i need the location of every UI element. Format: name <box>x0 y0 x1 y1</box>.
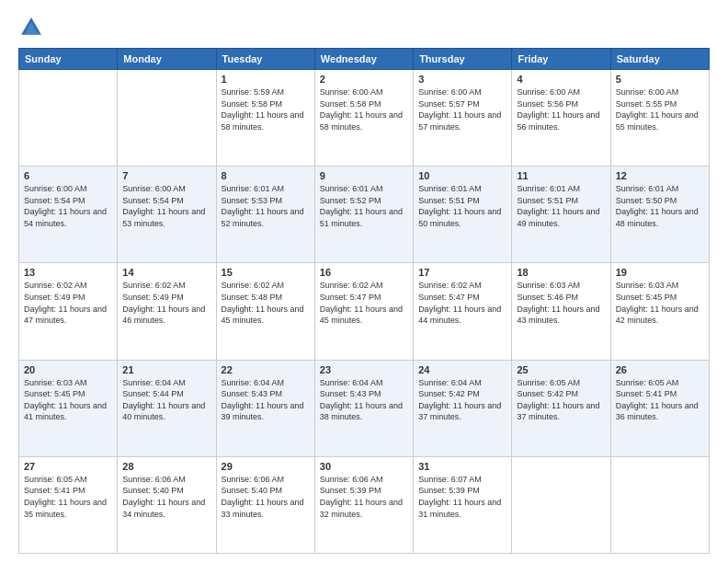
calendar-cell: 9Sunrise: 6:01 AM Sunset: 5:52 PM Daylig… <box>314 167 413 263</box>
cell-info: Sunrise: 6:01 AM Sunset: 5:51 PM Dayligh… <box>418 183 506 229</box>
calendar-cell: 22Sunrise: 6:04 AM Sunset: 5:43 PM Dayli… <box>216 360 314 456</box>
day-header-thursday: Thursday <box>414 49 512 70</box>
calendar-cell: 25Sunrise: 6:05 AM Sunset: 5:42 PM Dayli… <box>512 360 610 456</box>
cell-info: Sunrise: 6:06 AM Sunset: 5:39 PM Dayligh… <box>320 474 408 520</box>
day-number: 16 <box>320 267 408 278</box>
cell-info: Sunrise: 6:03 AM Sunset: 5:46 PM Dayligh… <box>517 280 605 326</box>
day-number: 21 <box>122 364 210 375</box>
cell-info: Sunrise: 6:03 AM Sunset: 5:45 PM Dayligh… <box>616 280 704 326</box>
day-header-wednesday: Wednesday <box>314 49 413 70</box>
calendar-cell: 28Sunrise: 6:06 AM Sunset: 5:40 PM Dayli… <box>118 456 216 553</box>
day-header-saturday: Saturday <box>610 49 709 70</box>
cell-info: Sunrise: 6:02 AM Sunset: 5:47 PM Dayligh… <box>320 280 408 326</box>
day-number: 31 <box>418 461 506 472</box>
day-number: 3 <box>418 74 506 85</box>
calendar-cell: 14Sunrise: 6:02 AM Sunset: 5:49 PM Dayli… <box>118 263 216 360</box>
calendar-cell: 15Sunrise: 6:02 AM Sunset: 5:48 PM Dayli… <box>216 263 314 360</box>
cell-info: Sunrise: 6:04 AM Sunset: 5:44 PM Dayligh… <box>122 377 210 423</box>
day-number: 2 <box>320 74 408 85</box>
day-number: 18 <box>517 267 605 278</box>
cell-info: Sunrise: 6:04 AM Sunset: 5:43 PM Dayligh… <box>320 377 408 423</box>
calendar-cell: 30Sunrise: 6:06 AM Sunset: 5:39 PM Dayli… <box>314 456 413 553</box>
calendar-cell: 31Sunrise: 6:07 AM Sunset: 5:39 PM Dayli… <box>414 456 512 553</box>
cell-info: Sunrise: 6:00 AM Sunset: 5:58 PM Dayligh… <box>320 86 408 132</box>
calendar-cell: 27Sunrise: 6:05 AM Sunset: 5:41 PM Dayli… <box>19 456 118 553</box>
calendar-cell: 13Sunrise: 6:02 AM Sunset: 5:49 PM Dayli… <box>19 263 118 360</box>
day-number: 20 <box>24 364 112 375</box>
day-number: 8 <box>222 170 310 181</box>
cell-info: Sunrise: 6:06 AM Sunset: 5:40 PM Dayligh… <box>122 474 210 520</box>
day-number: 22 <box>222 364 310 375</box>
calendar-cell <box>118 70 216 167</box>
day-number: 5 <box>616 74 704 85</box>
day-number: 6 <box>24 170 112 181</box>
calendar-cell: 18Sunrise: 6:03 AM Sunset: 5:46 PM Dayli… <box>512 263 610 360</box>
calendar-week-2: 13Sunrise: 6:02 AM Sunset: 5:49 PM Dayli… <box>19 263 710 360</box>
cell-info: Sunrise: 6:05 AM Sunset: 5:42 PM Dayligh… <box>517 377 605 423</box>
logo <box>18 15 48 40</box>
cell-info: Sunrise: 6:00 AM Sunset: 5:54 PM Dayligh… <box>24 183 112 229</box>
calendar-week-1: 6Sunrise: 6:00 AM Sunset: 5:54 PM Daylig… <box>19 167 710 263</box>
day-header-monday: Monday <box>118 49 216 70</box>
calendar-cell: 3Sunrise: 6:00 AM Sunset: 5:57 PM Daylig… <box>414 70 512 167</box>
calendar-cell: 5Sunrise: 6:00 AM Sunset: 5:55 PM Daylig… <box>610 70 709 167</box>
calendar-cell: 8Sunrise: 6:01 AM Sunset: 5:53 PM Daylig… <box>216 167 314 263</box>
page: SundayMondayTuesdayWednesdayThursdayFrid… <box>0 0 728 563</box>
day-number: 26 <box>616 364 704 375</box>
calendar-table: SundayMondayTuesdayWednesdayThursdayFrid… <box>18 48 710 554</box>
calendar-cell: 29Sunrise: 6:06 AM Sunset: 5:40 PM Dayli… <box>216 456 314 553</box>
day-number: 28 <box>122 461 210 472</box>
day-header-tuesday: Tuesday <box>216 49 314 70</box>
calendar-cell: 1Sunrise: 5:59 AM Sunset: 5:58 PM Daylig… <box>216 70 314 167</box>
header <box>18 15 710 40</box>
calendar-cell: 20Sunrise: 6:03 AM Sunset: 5:45 PM Dayli… <box>19 360 118 456</box>
cell-info: Sunrise: 6:00 AM Sunset: 5:56 PM Dayligh… <box>517 86 605 132</box>
day-number: 9 <box>320 170 408 181</box>
calendar-week-0: 1Sunrise: 5:59 AM Sunset: 5:58 PM Daylig… <box>19 70 710 167</box>
cell-info: Sunrise: 6:07 AM Sunset: 5:39 PM Dayligh… <box>418 474 506 520</box>
cell-info: Sunrise: 6:00 AM Sunset: 5:54 PM Dayligh… <box>122 183 210 229</box>
cell-info: Sunrise: 6:00 AM Sunset: 5:57 PM Dayligh… <box>418 86 506 132</box>
calendar-cell: 17Sunrise: 6:02 AM Sunset: 5:47 PM Dayli… <box>414 263 512 360</box>
calendar-cell <box>512 456 610 553</box>
day-number: 24 <box>418 364 506 375</box>
calendar-cell: 23Sunrise: 6:04 AM Sunset: 5:43 PM Dayli… <box>314 360 413 456</box>
day-number: 19 <box>616 267 704 278</box>
day-number: 13 <box>24 267 112 278</box>
day-header-friday: Friday <box>512 49 610 70</box>
cell-info: Sunrise: 6:02 AM Sunset: 5:49 PM Dayligh… <box>24 280 112 326</box>
cell-info: Sunrise: 6:03 AM Sunset: 5:45 PM Dayligh… <box>24 377 112 423</box>
cell-info: Sunrise: 6:01 AM Sunset: 5:50 PM Dayligh… <box>616 183 704 229</box>
day-number: 30 <box>320 461 408 472</box>
cell-info: Sunrise: 6:05 AM Sunset: 5:41 PM Dayligh… <box>24 474 112 520</box>
logo-icon <box>18 15 44 40</box>
cell-info: Sunrise: 6:02 AM Sunset: 5:48 PM Dayligh… <box>222 280 310 326</box>
calendar-cell: 26Sunrise: 6:05 AM Sunset: 5:41 PM Dayli… <box>610 360 709 456</box>
cell-info: Sunrise: 6:02 AM Sunset: 5:47 PM Dayligh… <box>418 280 506 326</box>
day-number: 4 <box>517 74 605 85</box>
calendar-cell: 4Sunrise: 6:00 AM Sunset: 5:56 PM Daylig… <box>512 70 610 167</box>
calendar-cell: 7Sunrise: 6:00 AM Sunset: 5:54 PM Daylig… <box>118 167 216 263</box>
day-number: 1 <box>222 74 310 85</box>
day-number: 10 <box>418 170 506 181</box>
cell-info: Sunrise: 6:04 AM Sunset: 5:43 PM Dayligh… <box>222 377 310 423</box>
cell-info: Sunrise: 6:01 AM Sunset: 5:52 PM Dayligh… <box>320 183 408 229</box>
calendar-cell: 19Sunrise: 6:03 AM Sunset: 5:45 PM Dayli… <box>610 263 709 360</box>
day-number: 7 <box>122 170 210 181</box>
calendar-header-row: SundayMondayTuesdayWednesdayThursdayFrid… <box>19 49 710 70</box>
calendar-cell: 12Sunrise: 6:01 AM Sunset: 5:50 PM Dayli… <box>610 167 709 263</box>
day-number: 12 <box>616 170 704 181</box>
calendar-cell: 10Sunrise: 6:01 AM Sunset: 5:51 PM Dayli… <box>414 167 512 263</box>
calendar-week-4: 27Sunrise: 6:05 AM Sunset: 5:41 PM Dayli… <box>19 456 710 553</box>
calendar-cell: 2Sunrise: 6:00 AM Sunset: 5:58 PM Daylig… <box>314 70 413 167</box>
calendar-cell: 11Sunrise: 6:01 AM Sunset: 5:51 PM Dayli… <box>512 167 610 263</box>
calendar-cell <box>610 456 709 553</box>
calendar-cell <box>19 70 118 167</box>
day-number: 11 <box>517 170 605 181</box>
cell-info: Sunrise: 6:00 AM Sunset: 5:55 PM Dayligh… <box>616 86 704 132</box>
calendar-cell: 16Sunrise: 6:02 AM Sunset: 5:47 PM Dayli… <box>314 263 413 360</box>
day-number: 15 <box>222 267 310 278</box>
calendar-cell: 21Sunrise: 6:04 AM Sunset: 5:44 PM Dayli… <box>118 360 216 456</box>
day-number: 23 <box>320 364 408 375</box>
cell-info: Sunrise: 6:05 AM Sunset: 5:41 PM Dayligh… <box>616 377 704 423</box>
